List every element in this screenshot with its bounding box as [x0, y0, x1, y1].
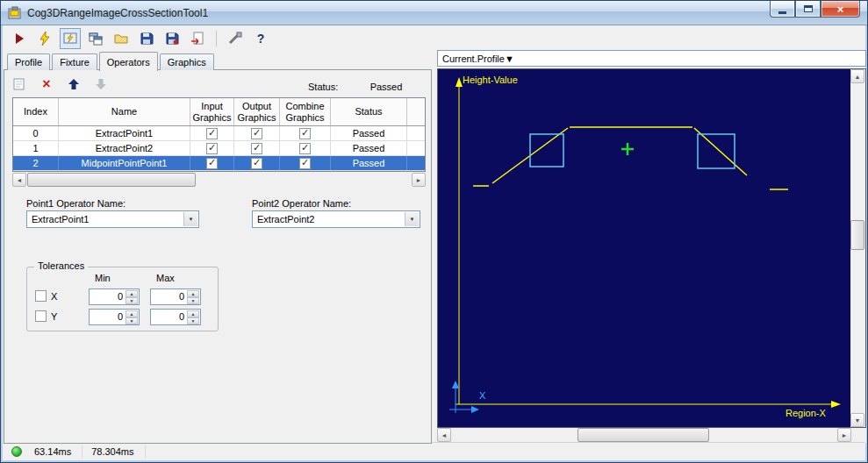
tolerance-x-checkbox[interactable] — [35, 290, 47, 302]
tab-profile[interactable]: Profile — [7, 53, 50, 70]
calibrate-button[interactable] — [225, 28, 246, 49]
tool-display-button[interactable] — [60, 28, 81, 49]
combine-graphics-checkbox[interactable] — [299, 128, 311, 139]
spinner-down-icon[interactable]: ▼ — [126, 317, 138, 324]
move-down-button[interactable] — [91, 75, 111, 94]
spinner-value[interactable]: 0 — [118, 311, 123, 322]
tolerance-y-checkbox[interactable] — [35, 310, 47, 322]
scroll-down-button[interactable]: ▼ — [850, 413, 864, 427]
calibrate-icon — [228, 32, 242, 46]
tolerance-y-max-spinner[interactable]: 0 ▲▼ — [150, 309, 201, 325]
point2-operator-combobox[interactable]: ExtractPoint2 ▼ — [252, 210, 420, 228]
help-button[interactable]: ? — [250, 28, 271, 49]
point1-operator-value: ExtractPoint1 — [32, 214, 89, 224]
electric-run-icon — [38, 32, 52, 46]
tabstrip: Profile Fixture Operators Graphics — [7, 51, 216, 70]
spinner-up-icon[interactable]: ▲ — [187, 290, 199, 297]
input-graphics-checkbox[interactable] — [206, 158, 218, 169]
cell-name: MidpointPointPoint1 — [59, 156, 190, 170]
cell-name: ExtractPoint1 — [59, 126, 190, 140]
scroll-right-button[interactable]: ► — [837, 428, 851, 442]
point1-operator-combobox[interactable]: ExtractPoint1 ▼ — [26, 210, 199, 228]
spinner-down-icon[interactable]: ▼ — [187, 317, 199, 324]
spinner-value[interactable]: 0 — [118, 291, 123, 302]
table-horizontal-scrollbar: ◄ ► — [12, 173, 426, 187]
caption-buttons: × — [770, 1, 860, 18]
scroll-left-button[interactable]: ◄ — [437, 428, 451, 442]
min-header: Min — [95, 273, 111, 283]
input-graphics-checkbox[interactable] — [206, 143, 218, 154]
scroll-left-button[interactable]: ◄ — [12, 173, 26, 187]
table-row[interactable]: 0 ExtractPoint1 Passed — [13, 126, 425, 141]
scrollbar-thumb[interactable] — [577, 428, 709, 442]
tab-label: Graphics — [168, 57, 206, 68]
output-graphics-checkbox[interactable] — [251, 158, 262, 169]
scroll-up-button[interactable]: ▲ — [850, 69, 864, 83]
scrollbar-thumb[interactable] — [27, 173, 196, 187]
tab-graphics[interactable]: Graphics — [160, 53, 214, 70]
tolerance-x-min-spinner[interactable]: 0 ▲▼ — [89, 288, 140, 305]
save-icon — [140, 32, 154, 46]
table-row[interactable]: 1 ExtractPoint2 Passed — [13, 141, 425, 156]
chevron-down-icon[interactable]: ▼ — [183, 212, 197, 226]
spinner-value[interactable]: 0 — [179, 311, 184, 322]
table-row[interactable]: 2 MidpointPointPoint1 Passed — [13, 156, 425, 171]
tab-label: Profile — [15, 57, 42, 68]
cell-index: 1 — [13, 141, 59, 155]
point2-operator-label: Point2 Operator Name: — [252, 198, 351, 209]
new-operator-button[interactable] — [10, 75, 29, 94]
output-graphics-checkbox[interactable] — [251, 128, 262, 139]
import-button[interactable] — [187, 28, 208, 49]
tolerance-x-max-spinner[interactable]: 0 ▲▼ — [150, 288, 201, 305]
spinner-up-icon[interactable]: ▲ — [187, 310, 199, 317]
new-window-button[interactable] — [85, 28, 106, 49]
close-button[interactable]: × — [821, 1, 860, 18]
scroll-right-button[interactable]: ► — [412, 173, 426, 187]
delete-operator-icon: × — [42, 78, 50, 90]
display-vertical-scrollbar: ▲ ▼ — [850, 69, 865, 427]
run-button[interactable] — [9, 28, 30, 49]
output-graphics-checkbox[interactable] — [251, 143, 262, 154]
save-button[interactable] — [136, 28, 157, 49]
spinner-value[interactable]: 0 — [179, 291, 184, 302]
delete-operator-button[interactable]: × — [37, 75, 56, 94]
combine-graphics-checkbox[interactable] — [299, 158, 311, 169]
scrollbar-thumb[interactable] — [850, 220, 864, 250]
maximize-button[interactable] — [795, 1, 821, 18]
close-icon: × — [837, 3, 844, 16]
toolbar-separator — [216, 31, 217, 46]
save-results-button[interactable] — [161, 28, 183, 49]
column-header-combine-graphics: Combine Graphics — [280, 98, 331, 125]
cell-combine-graphics — [280, 156, 331, 170]
new-operator-icon — [12, 77, 26, 91]
minimize-icon — [778, 11, 786, 14]
spinner-up-icon[interactable]: ▲ — [126, 310, 138, 317]
display-panel: Current.Profile ▼ Height-Value Region-X … — [437, 50, 866, 444]
cell-status: Passed — [331, 126, 407, 140]
input-graphics-checkbox[interactable] — [206, 128, 218, 139]
profile-display[interactable]: Height-Value Region-X X ▲ ▼ — [437, 68, 866, 428]
combine-graphics-checkbox[interactable] — [299, 143, 311, 154]
tolerance-y-min-spinner[interactable]: 0 ▲▼ — [89, 309, 140, 325]
window-title: Cog3DRangeImageCrossSectionTool1 — [27, 7, 208, 19]
run-icon — [12, 32, 26, 46]
table-header: Index Name Input Graphics Output Graphic… — [13, 98, 425, 126]
record-selector-combobox[interactable]: Current.Profile ▼ — [437, 50, 866, 67]
minimize-button[interactable] — [770, 1, 795, 18]
spinner-down-icon[interactable]: ▼ — [187, 297, 199, 304]
status-value: Passed — [355, 82, 417, 92]
open-button[interactable] — [111, 28, 132, 49]
tab-fixture[interactable]: Fixture — [52, 53, 97, 70]
tab-operators[interactable]: Operators — [99, 52, 158, 71]
electric-run-button[interactable] — [34, 28, 55, 49]
maximize-icon — [804, 5, 813, 12]
window: Cog3DRangeImageCrossSectionTool1 × — [0, 0, 868, 463]
y-axis-label: Height-Value — [463, 75, 518, 85]
scrollbar-corner — [851, 428, 866, 443]
spinner-down-icon[interactable]: ▼ — [126, 297, 138, 304]
move-down-icon — [95, 78, 107, 90]
chevron-down-icon[interactable]: ▼ — [505, 53, 514, 64]
spinner-up-icon[interactable]: ▲ — [126, 290, 138, 297]
chevron-down-icon[interactable]: ▼ — [405, 212, 419, 226]
move-up-button[interactable] — [64, 75, 83, 94]
